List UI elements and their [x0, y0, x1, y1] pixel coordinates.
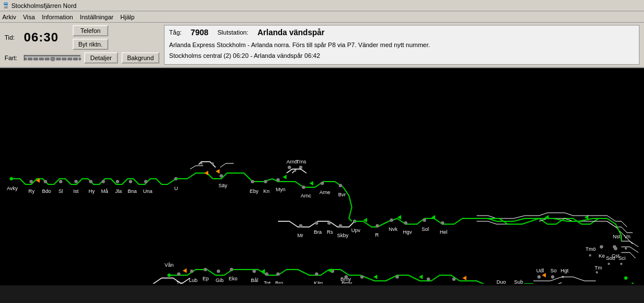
- svg-text:Arne: Arne: [319, 190, 330, 195]
- svg-point-52: [339, 184, 342, 187]
- slutstation-value: Arlanda vändspår: [258, 28, 325, 37]
- svg-point-34: [220, 174, 223, 178]
- svg-text:Trns: Trns: [296, 159, 306, 165]
- svg-text:Säy: Säy: [218, 183, 228, 188]
- svg-text:Må: Må: [101, 188, 108, 194]
- svg-point-131: [624, 276, 628, 280]
- fart-label: Fart:: [5, 54, 20, 61]
- svg-text:Kän: Kän: [314, 280, 323, 284]
- svg-text:Eby: Eby: [250, 188, 259, 194]
- menu-visa[interactable]: Visa: [23, 14, 35, 20]
- train-header: Tåg: 7908 Slutstation: Arlanda vändspår: [169, 28, 634, 37]
- svg-text:Bål: Bål: [251, 277, 258, 283]
- svg-point-125: [452, 277, 456, 281]
- svg-point-57: [315, 221, 318, 225]
- svg-point-90: [596, 271, 598, 273]
- bakgrund-button[interactable]: Bakgrund: [121, 52, 159, 64]
- time-row: Tid: 06:30 Telefon Byt riktn.: [5, 25, 159, 50]
- menu-installningar[interactable]: Inställningar: [80, 14, 113, 20]
- svg-text:Nst: Nst: [613, 234, 621, 239]
- svg-text:Ist: Ist: [73, 188, 79, 194]
- svg-text:Lub: Lub: [189, 277, 197, 283]
- svg-text:Sod: Sod: [606, 255, 615, 261]
- app-icon: 🚆: [2, 2, 9, 9]
- svg-point-16: [44, 180, 47, 183]
- svg-text:Eko: Eko: [229, 276, 238, 281]
- svg-point-13: [10, 177, 13, 180]
- svg-point-67: [390, 218, 393, 222]
- svg-text:Ry: Ry: [28, 188, 35, 194]
- svg-text:Vån: Vån: [165, 262, 174, 268]
- speed-slider[interactable]: [24, 55, 81, 61]
- svg-point-36: [200, 162, 203, 165]
- fart-row: Fart: Detaljer: [5, 52, 159, 64]
- station-avky: Avky: [7, 186, 18, 191]
- svg-text:Kn: Kn: [263, 188, 270, 194]
- svg-point-99: [177, 272, 180, 276]
- svg-text:Hgt: Hgt: [561, 268, 569, 273]
- svg-text:Myn: Myn: [276, 187, 285, 192]
- svg-point-55: [299, 224, 302, 228]
- svg-point-26: [116, 180, 119, 183]
- svg-text:Tot: Tot: [264, 280, 271, 284]
- svg-point-20: [74, 180, 78, 183]
- svg-text:Tmö: Tmö: [586, 246, 596, 252]
- svg-text:Hgv: Hgv: [403, 229, 413, 235]
- svg-point-24: [102, 180, 105, 183]
- svg-text:Duo: Duo: [496, 279, 506, 284]
- svg-text:Bdo: Bdo: [42, 188, 51, 194]
- train-info-panel: Tåg: 7908 Slutstation: Arlanda vändspår …: [164, 25, 639, 65]
- app-title: Stockholmsfjärren Nord: [11, 2, 77, 9]
- svg-text:Mr: Mr: [297, 233, 304, 238]
- svg-point-82: [625, 247, 627, 250]
- menu-arkiv[interactable]: Arkiv: [2, 14, 16, 20]
- train-description-2: Stockholms central (2) 06:20 - Arlanda v…: [169, 51, 634, 61]
- controls-area: Tid: 06:30 Telefon Byt riktn. Fart:: [0, 23, 644, 68]
- svg-point-86: [620, 263, 622, 265]
- svg-point-88: [589, 254, 591, 256]
- svg-text:Udl: Udl: [536, 268, 544, 273]
- svg-text:Bna: Bna: [128, 188, 137, 194]
- svg-text:Jla: Jla: [115, 188, 122, 194]
- svg-text:Arnc: Arnc: [301, 193, 312, 199]
- svg-point-65: [376, 224, 379, 228]
- svg-point-47: [299, 166, 302, 169]
- title-bar: 🚆 Stockholmsfjärren Nord: [0, 0, 644, 11]
- menu-information[interactable]: Information: [42, 14, 73, 20]
- telefon-button[interactable]: Telefon: [73, 25, 108, 36]
- svg-text:Rs: Rs: [327, 229, 333, 235]
- svg-point-109: [252, 270, 256, 273]
- svg-point-37: [212, 162, 214, 165]
- byt-riktn-button[interactable]: Byt riktn.: [73, 39, 108, 50]
- left-controls: Tid: 06:30 Telefon Byt riktn. Fart:: [5, 25, 159, 64]
- svg-point-113: [276, 272, 280, 276]
- tid-label: Tid:: [5, 34, 20, 41]
- svg-point-22: [89, 180, 92, 183]
- svg-point-115: [315, 272, 318, 276]
- menu-hjalp[interactable]: Hjälp: [120, 14, 134, 20]
- map-area: Avky Ry Bdo Sl Ist Hy Må Jla Bna Una U S…: [0, 68, 644, 285]
- svg-text:Bro: Bro: [275, 280, 283, 284]
- svg-point-123: [427, 277, 430, 281]
- svg-point-111: [265, 272, 268, 276]
- svg-point-30: [144, 180, 148, 183]
- svg-point-54: [294, 170, 296, 172]
- svg-point-121: [395, 275, 399, 279]
- tag-label: Tåg:: [169, 29, 182, 36]
- svg-point-97: [167, 273, 171, 277]
- svg-text:So: So: [550, 268, 557, 273]
- svg-point-1: [50, 57, 55, 61]
- svg-point-85: [608, 263, 610, 265]
- svg-point-94: [551, 275, 554, 279]
- svg-text:Una: Una: [143, 188, 153, 194]
- svg-point-40: [264, 180, 267, 183]
- svg-point-38: [251, 180, 254, 183]
- svg-point-79: [614, 247, 617, 250]
- svg-text:Upv: Upv: [351, 228, 361, 233]
- detaljer-button[interactable]: Detaljer: [84, 52, 118, 64]
- svg-point-18: [59, 180, 62, 183]
- svg-text:Tm: Tm: [595, 265, 602, 271]
- svg-text:U: U: [174, 186, 178, 191]
- svg-point-69: [404, 221, 407, 225]
- svg-point-28: [129, 180, 132, 183]
